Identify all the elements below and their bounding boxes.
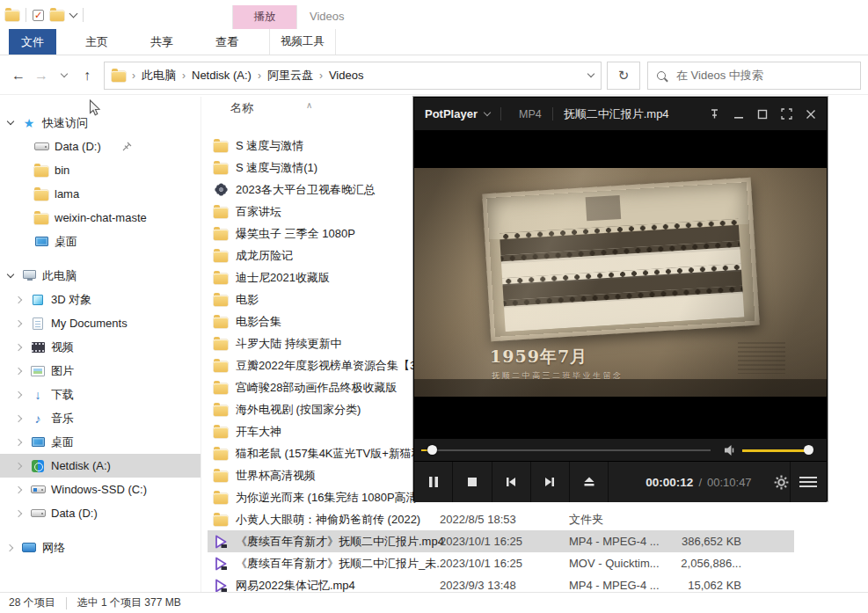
sidebar-item[interactable]: 桌面 xyxy=(0,230,201,253)
sidebar-item[interactable]: ↓下载 xyxy=(0,383,201,406)
tab-file[interactable]: 文件 xyxy=(9,29,56,55)
potplayer-titlebar[interactable]: PotPlayer MP4 抚顺二中汇报片.mp4 xyxy=(414,98,827,131)
status-bar: 28 个项目 选中 1 个项目 377 MB xyxy=(0,592,868,613)
file-name: 电影 xyxy=(236,292,259,308)
chevron-down-icon[interactable] xyxy=(69,10,78,18)
menu-button[interactable] xyxy=(790,462,827,502)
file-name: S 速度与激情(1) xyxy=(236,160,317,176)
settings-gear-icon[interactable] xyxy=(773,474,790,491)
chevron-right-icon[interactable] xyxy=(14,342,25,353)
file-row[interactable]: 网易2022集体记忆.mp42023/9/3 13:48MP4 - MPEG-4… xyxy=(208,574,794,592)
chevron-down-icon[interactable] xyxy=(587,70,594,77)
sidebar-item[interactable]: Data (D:) xyxy=(0,135,201,158)
stop-button[interactable] xyxy=(453,462,492,502)
seek-track[interactable] xyxy=(421,449,711,451)
sidebar-item[interactable]: 图片 xyxy=(0,359,201,383)
back-button[interactable]: ← xyxy=(7,63,30,88)
eject-button[interactable] xyxy=(570,462,609,502)
sidebar-item[interactable]: 3D 对象 xyxy=(0,288,201,311)
file-row[interactable]: 《赓续百年育新才》抚顺二中汇报片.mp42023/10/1 16:25MP4 -… xyxy=(208,530,794,552)
tab-view[interactable]: 查看 xyxy=(199,29,255,55)
sidebar-item[interactable]: Data (D:) xyxy=(0,501,201,525)
checkmark-icon[interactable]: ✓ xyxy=(33,10,44,21)
chevron-right-icon[interactable] xyxy=(14,413,25,424)
file-row[interactable]: 《赓续百年育新才》抚顺二中汇报片_未...2023/10/1 16:25MOV … xyxy=(208,552,794,574)
chevron-right-icon[interactable] xyxy=(14,390,25,400)
sidebar-section-network[interactable]: 网络 xyxy=(0,536,201,559)
chevron-down-icon[interactable] xyxy=(5,271,16,281)
tab-video-tools[interactable]: 视频工具 xyxy=(269,29,336,55)
sidebar-item[interactable]: Windows-SSD (C:) xyxy=(0,478,201,501)
next-button[interactable] xyxy=(531,462,570,502)
chevron-down-icon[interactable] xyxy=(484,109,491,116)
breadcrumb-segment[interactable]: 阿里云盘 xyxy=(267,68,313,84)
fullscreen-icon[interactable] xyxy=(781,108,792,120)
breadcrumb-separator: › xyxy=(258,69,261,82)
divider xyxy=(66,597,67,609)
potplayer-logo[interactable]: PotPlayer xyxy=(425,107,478,120)
previous-button[interactable] xyxy=(492,462,531,502)
history-dropdown[interactable] xyxy=(53,63,76,88)
chevron-right-icon[interactable] xyxy=(14,461,25,471)
minimize-icon[interactable] xyxy=(733,109,744,120)
seek-bar[interactable] xyxy=(414,438,827,461)
sidebar-item[interactable]: 视频 xyxy=(0,335,201,359)
sidebar-item[interactable]: 桌面 xyxy=(0,430,201,454)
chevron-right-icon[interactable] xyxy=(14,318,25,329)
sidebar-item[interactable]: Netdisk (A:) xyxy=(0,454,201,478)
search-input[interactable] xyxy=(675,68,851,83)
contextual-tab-play[interactable]: 播放 xyxy=(232,5,297,29)
file-name: 小黄人大眼萌：神偷奶爸前传 (2022) xyxy=(236,512,420,528)
chevron-right-icon[interactable] xyxy=(5,543,16,553)
chevron-right-icon[interactable] xyxy=(14,366,25,376)
refresh-button[interactable]: ↻ xyxy=(607,62,640,90)
breadcrumb-segment[interactable]: Videos xyxy=(329,69,364,82)
tab-home[interactable]: 主页 xyxy=(69,29,125,55)
maximize-icon[interactable] xyxy=(757,109,768,120)
sidebar-item[interactable]: My Documents xyxy=(0,311,201,335)
chevron-right-icon[interactable] xyxy=(14,295,25,305)
sort-ascending-icon: ∧ xyxy=(306,97,312,117)
sidebar-item[interactable]: weixin-chat-maste xyxy=(0,206,201,230)
chevron-right-icon[interactable] xyxy=(14,508,25,519)
sidebar-item[interactable]: ♪音乐 xyxy=(0,406,201,430)
sidebar-item[interactable]: lama xyxy=(0,182,201,206)
time-display: 00:00:12 / 00:10:47 xyxy=(609,462,789,502)
volume-icon[interactable] xyxy=(723,443,737,460)
search-box[interactable] xyxy=(647,62,861,90)
volume-track[interactable] xyxy=(742,449,807,452)
volume-thumb[interactable] xyxy=(804,445,813,455)
chevron-down-icon xyxy=(61,70,68,77)
sidebar-section-this-pc[interactable]: 此电脑 xyxy=(0,264,201,288)
sidebar-section-label: 快速访问 xyxy=(42,115,88,131)
breadcrumb-segment[interactable]: Netdisk (A:) xyxy=(192,69,252,82)
seek-thumb[interactable] xyxy=(427,445,437,455)
sidebar-item[interactable]: bin xyxy=(0,158,201,182)
navigation-pane: ★快速访问Data (D:)binlamaweixin-chat-maste桌面… xyxy=(0,97,201,592)
chevron-down-icon[interactable] xyxy=(5,118,16,128)
file-date: 2023/10/1 16:25 xyxy=(440,535,522,548)
folder-icon xyxy=(213,425,229,439)
close-icon[interactable] xyxy=(806,109,816,120)
tab-share[interactable]: 共享 xyxy=(134,29,190,55)
video-area[interactable]: 1959年7月 抚顺二中高三二班毕业生留念 xyxy=(414,131,827,438)
file-date: 2023/10/1 16:25 xyxy=(440,557,522,570)
up-button[interactable]: ↑ xyxy=(76,63,98,88)
format-badge: MP4 xyxy=(519,108,542,120)
down-icon: ↓ xyxy=(30,388,46,402)
file-size: 2,056,886... xyxy=(640,557,741,570)
folder-icon[interactable] xyxy=(5,11,19,21)
pause-button[interactable] xyxy=(414,462,453,502)
folder-icon xyxy=(213,491,229,505)
pin-icon[interactable] xyxy=(709,108,720,120)
forward-button[interactable]: → xyxy=(30,63,53,88)
player-controls: 00:00:12 / 00:10:47 xyxy=(414,461,827,502)
breadcrumb[interactable]: › 此电脑›Netdisk (A:)›阿里云盘›Videos xyxy=(104,62,602,90)
chevron-right-icon[interactable] xyxy=(14,437,25,448)
file-name: 为你逆光而来 (16集完结 1080P高清 xyxy=(236,490,418,506)
file-row[interactable]: 小黄人大眼萌：神偷奶爸前传 (2022)2022/8/5 18:53文件夹 xyxy=(208,508,794,530)
breadcrumb-segment[interactable]: 此电脑 xyxy=(142,68,176,84)
doc-icon xyxy=(30,317,46,331)
chevron-right-icon[interactable] xyxy=(14,485,25,495)
folder-icon[interactable] xyxy=(50,11,64,21)
